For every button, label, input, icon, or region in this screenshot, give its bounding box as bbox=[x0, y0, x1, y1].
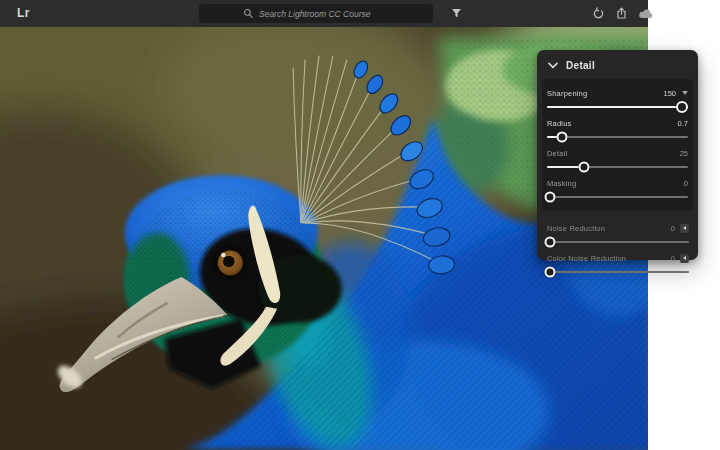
sharpening-value: 150 bbox=[663, 89, 676, 98]
masking-value: 0 bbox=[684, 179, 688, 188]
share-icon[interactable] bbox=[615, 7, 628, 20]
cloud-sync-icon[interactable] bbox=[638, 7, 654, 20]
detail-slider-track[interactable] bbox=[547, 166, 688, 168]
triangle-left-icon bbox=[683, 226, 686, 230]
slider-row-masking: Masking 0 bbox=[547, 174, 688, 198]
radius-slider-knob[interactable] bbox=[556, 132, 567, 143]
chevron-down-icon[interactable] bbox=[548, 62, 558, 69]
noise-reduction-value: 0 bbox=[671, 224, 675, 233]
slider-row-sharpening: Sharpening 150 bbox=[547, 84, 688, 108]
color-noise-reduction-slider-track[interactable] bbox=[547, 271, 689, 273]
slider-row-detail: Detail 25 bbox=[547, 144, 688, 168]
sharpening-slider-track[interactable] bbox=[547, 106, 688, 108]
search-box[interactable] bbox=[199, 4, 433, 23]
color-noise-reduction-value: 0 bbox=[671, 254, 675, 263]
sharpening-dropdown-caret-icon[interactable] bbox=[682, 91, 688, 95]
masking-slider-track[interactable] bbox=[547, 196, 688, 198]
noise-reduction-label: Noise Reduction bbox=[547, 224, 605, 233]
detail-panel: Detail Sharpening 150 Radius 0.7 bbox=[537, 50, 698, 260]
filter-funnel-icon[interactable] bbox=[451, 8, 462, 19]
detail-panel-header[interactable]: Detail bbox=[537, 50, 698, 79]
topbar-right-icons bbox=[592, 7, 654, 20]
color-noise-reduction-expander-button[interactable] bbox=[680, 254, 689, 263]
lightroom-logo[interactable]: Lr bbox=[17, 6, 30, 20]
slider-row-noise-reduction: Noise Reduction 0 bbox=[547, 219, 689, 243]
panel-title: Detail bbox=[566, 60, 595, 71]
color-noise-reduction-slider-knob[interactable] bbox=[544, 267, 555, 278]
search-icon bbox=[243, 8, 254, 19]
detail-label: Detail bbox=[547, 149, 567, 158]
slider-row-color-noise-reduction: Color Noise Reduction 0 bbox=[547, 249, 689, 273]
slider-row-radius: Radius 0.7 bbox=[547, 114, 688, 138]
radius-value: 0.7 bbox=[678, 119, 688, 128]
search-input[interactable] bbox=[259, 9, 389, 19]
peacock-eye bbox=[213, 245, 248, 280]
noise-reduction-section: Noise Reduction 0 Color Noise Reduction … bbox=[537, 211, 698, 273]
masking-label: Masking bbox=[547, 179, 576, 188]
detail-slider-knob[interactable] bbox=[578, 162, 589, 173]
detail-value: 25 bbox=[680, 149, 688, 158]
top-bar: Lr bbox=[0, 0, 648, 27]
lightroom-app-window: Lr bbox=[0, 0, 720, 450]
sharpening-label: Sharpening bbox=[547, 89, 587, 98]
undo-icon[interactable] bbox=[592, 7, 605, 20]
triangle-left-icon bbox=[683, 256, 686, 260]
noise-reduction-slider-track[interactable] bbox=[547, 241, 689, 243]
radius-slider-track[interactable] bbox=[547, 136, 688, 138]
color-noise-reduction-label: Color Noise Reduction bbox=[547, 254, 626, 263]
noise-reduction-slider-knob[interactable] bbox=[544, 237, 555, 248]
noise-reduction-expander-button[interactable] bbox=[680, 224, 689, 233]
sharpening-group: Sharpening 150 Radius 0.7 bbox=[542, 79, 693, 211]
masking-slider-knob[interactable] bbox=[544, 192, 555, 203]
radius-label: Radius bbox=[547, 119, 572, 128]
sharpening-slider-knob[interactable] bbox=[676, 101, 688, 113]
